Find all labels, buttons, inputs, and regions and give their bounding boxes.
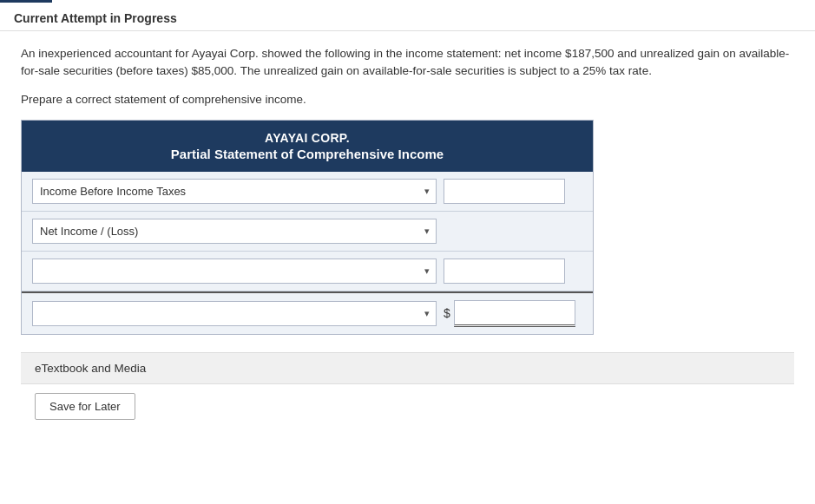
row3-value-wrap xyxy=(444,259,582,284)
label-select-wrap-1[interactable]: Income Before Income Taxes ▾ xyxy=(32,179,437,204)
row3-select[interactable] xyxy=(32,259,437,284)
save-btn-area: Save for Later xyxy=(21,384,794,429)
stmt-row-3: ▾ xyxy=(22,252,593,291)
label-select-wrap-2[interactable]: Net Income / (Loss) ▾ xyxy=(32,219,437,244)
content-area: An inexperienced accountant for Ayayai C… xyxy=(0,31,815,442)
instruction-text: Prepare a correct statement of comprehen… xyxy=(21,93,794,106)
dollar-sign: $ xyxy=(444,306,450,320)
stmt-row-1: Income Before Income Taxes ▾ xyxy=(22,172,593,212)
stmt-row-4: ▾ $ xyxy=(22,291,593,334)
row2-select[interactable]: Net Income / (Loss) xyxy=(32,219,437,244)
row3-value-input[interactable] xyxy=(444,259,565,284)
problem-text: An inexperienced accountant for Ayayai C… xyxy=(21,45,794,81)
stmt-row-2: Net Income / (Loss) ▾ xyxy=(22,212,593,252)
corp-name: AYAYAI CORP. xyxy=(36,131,579,145)
statement-body: Income Before Income Taxes ▾ Net Income … xyxy=(22,172,593,334)
section-header: Current Attempt in Progress xyxy=(0,3,815,31)
section-title: Current Attempt in Progress xyxy=(14,11,177,25)
stmt-title: Partial Statement of Comprehensive Incom… xyxy=(36,147,579,161)
etextbook-label: eTextbook and Media xyxy=(35,362,146,375)
save-for-later-button[interactable]: Save for Later xyxy=(35,393,135,420)
statement-table: AYAYAI CORP. Partial Statement of Compre… xyxy=(21,120,594,335)
page-container: Current Attempt in Progress An inexperie… xyxy=(0,0,815,504)
statement-header: AYAYAI CORP. Partial Statement of Compre… xyxy=(22,121,593,172)
row1-value-input[interactable] xyxy=(444,179,565,204)
row1-value-wrap xyxy=(444,179,582,204)
row1-select[interactable]: Income Before Income Taxes xyxy=(32,179,437,204)
label-select-wrap-4[interactable]: ▾ xyxy=(32,301,437,326)
label-select-wrap-3[interactable]: ▾ xyxy=(32,259,437,284)
row4-value-input[interactable] xyxy=(454,300,575,327)
etextbook-bar: eTextbook and Media xyxy=(21,352,794,384)
row4-value-wrap: $ xyxy=(444,300,582,327)
row4-select[interactable] xyxy=(32,301,437,326)
